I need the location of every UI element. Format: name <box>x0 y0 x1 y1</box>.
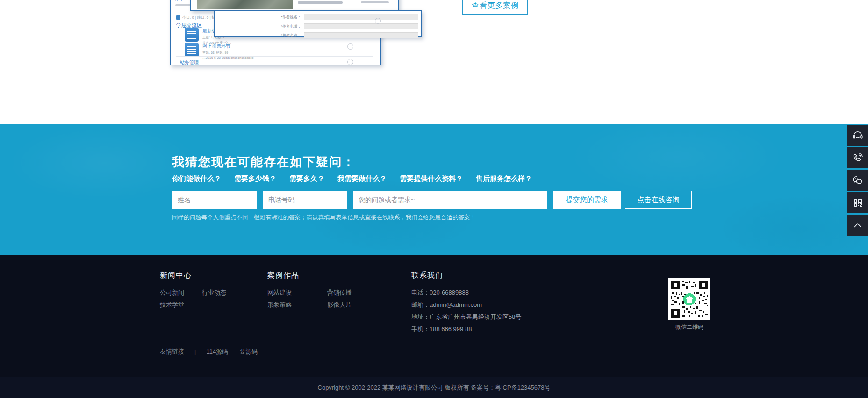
friend-link[interactable]: 要源码 <box>239 347 258 356</box>
footer-link-company-news[interactable]: 公司新闻 <box>160 289 184 297</box>
inquiry-section: 我猜您现在可能存在如下疑问： 你们能做什么？ 需要多少钱？ 需要多久？ 我需要做… <box>0 124 868 255</box>
inquiry-note: 同样的问题每个人侧重点不同，很难有标准的答案；请认真填写表单信息或直接在线联系，… <box>172 214 476 222</box>
case-thumbnail-form[interactable]: *作者姓名： *作者电话： *单位名称： <box>214 10 422 37</box>
name-input[interactable] <box>172 191 257 209</box>
divider: | <box>194 348 196 355</box>
thumb-form-label: *单位名称： <box>261 33 301 38</box>
back-to-top-button[interactable] <box>847 215 868 236</box>
phone-icon <box>852 152 864 164</box>
wechat-icon <box>852 174 864 187</box>
faq-link[interactable]: 需要提供什么资料？ <box>400 174 463 183</box>
faq-link[interactable]: 需要多少钱？ <box>234 174 276 183</box>
inquiry-heading: 我猜您现在可能存在如下疑问： <box>172 154 355 170</box>
footer-link-industry-news[interactable]: 行业动态 <box>202 289 226 297</box>
contact-label: 邮箱： <box>411 301 430 308</box>
thumb-form-label: *作者姓名： <box>261 14 301 20</box>
faq-link[interactable]: 需要多久？ <box>289 174 324 183</box>
contact-value: 188 666 999 88 <box>430 326 472 333</box>
thumb-form-label: *作者电话： <box>261 24 301 29</box>
forum-icon <box>176 15 180 20</box>
collapse-icon <box>347 43 353 50</box>
thumb-form-input <box>304 32 418 38</box>
document-icon <box>185 28 199 42</box>
footer-link-video[interactable]: 影像大片 <box>327 301 352 309</box>
wechat-qr-code <box>668 278 710 320</box>
contact-value: admin@admin.com <box>430 301 482 308</box>
view-more-cases-button[interactable]: 查看更多案例 <box>462 0 528 15</box>
contact-label: 电话： <box>411 289 430 296</box>
contact-label: 手机： <box>411 326 430 333</box>
contact-phone: 电话：020-66889888 <box>411 289 469 297</box>
thumb-text-lines <box>298 0 358 7</box>
copyright-text: Copyright © 2002-2022 某某网络设计有限公司 版权所有 备案… <box>318 384 551 391</box>
qr-label: 微信二维码 <box>668 323 710 331</box>
faq-link[interactable]: 售后服务怎么样？ <box>476 174 532 183</box>
contact-email: 邮箱：admin@admin.com <box>411 301 482 309</box>
thumb-list-item: 网上投票环节 主题: 63, 帖数: 99 …2016-5-28 16:55 c… <box>185 43 253 59</box>
footer-link-image-strategy[interactable]: 形象策略 <box>267 301 292 309</box>
friend-link[interactable]: 114源码 <box>206 347 228 356</box>
contact-value: 广东省广州市番禺经济开发区58号 <box>430 313 521 320</box>
footer-works-title: 案例作品 <box>267 271 299 281</box>
thumb-footer-link: 站务管理 <box>180 59 199 66</box>
phone-input[interactable] <box>263 191 347 209</box>
footer-link-tech-school[interactable]: 技术学堂 <box>160 301 184 309</box>
thumb-form-row: *单位名称： <box>261 32 418 38</box>
page: 基于 今日: 0 | 昨日: 0 | 帖子: 52 | 会员: 12 学思交流区… <box>0 0 868 398</box>
submit-request-button[interactable]: 提交您的需求 <box>553 191 621 209</box>
refresh-icon <box>375 18 381 24</box>
divider <box>176 56 373 57</box>
faq-link[interactable]: 我需要做什么？ <box>337 174 387 183</box>
thumb-form-input <box>304 23 418 29</box>
thumb-form-input <box>304 14 418 20</box>
document-icon <box>185 43 199 57</box>
headset-icon <box>852 130 864 142</box>
case-thumbnail-news[interactable] <box>190 0 399 11</box>
question-input[interactable] <box>353 191 547 209</box>
thumb-form-row: *作者电话： <box>261 23 418 29</box>
settings-icon <box>347 59 353 65</box>
faq-links: 你们能做什么？ 需要多少钱？ 需要多久？ 我需要做什么？ 需要提供什么资料？ 售… <box>172 174 532 183</box>
footer-news-title: 新闻中心 <box>160 271 192 281</box>
customer-service-button[interactable] <box>847 125 868 146</box>
qr-code-icon <box>852 197 864 209</box>
faq-link[interactable]: 你们能做什么？ <box>172 174 221 183</box>
phone-button[interactable] <box>847 147 868 168</box>
footer: 新闻中心 公司新闻 行业动态 技术学堂 案例作品 网站建设 营销传播 形象策略 … <box>0 255 868 377</box>
thumb-form-row: *作者姓名： <box>261 14 418 20</box>
contact-address: 地址：广东省广州市番禺经济开发区58号 <box>411 313 521 321</box>
contact-mobile: 手机：188 666 999 88 <box>411 325 472 333</box>
floating-toolbar <box>847 125 868 237</box>
footer-link-website-build[interactable]: 网站建设 <box>267 289 292 297</box>
online-consult-button[interactable]: 点击在线咨询 <box>625 191 692 209</box>
qr-code-button[interactable] <box>847 192 868 213</box>
contact-label: 地址： <box>411 313 430 320</box>
thumb-bullet-lines <box>361 0 399 7</box>
friend-links-row: 友情链接 | 114源码 要源码 <box>160 347 269 356</box>
thumb-item-desc: …2016-5-28 16:55 chenchenzabcd <box>202 56 253 59</box>
thumb-photo <box>197 0 293 9</box>
thumb-item-meta: 主题: 63, 帖数: 99 <box>202 51 253 55</box>
cases-section: 基于 今日: 0 | 昨日: 0 | 帖子: 52 | 会员: 12 学思交流区… <box>0 0 868 124</box>
footer-link-marketing[interactable]: 营销传播 <box>327 289 352 297</box>
chevron-up-icon <box>852 219 864 232</box>
footer-contact-title: 联系我们 <box>411 271 443 281</box>
wechat-button[interactable] <box>847 170 868 191</box>
copyright-bar: Copyright © 2002-2022 某某网络设计有限公司 版权所有 备案… <box>0 377 868 398</box>
thumb-item-title: 网上投票环节 <box>202 43 253 50</box>
friend-links-label: 友情链接 <box>160 347 184 356</box>
inquiry-form: 提交您的需求 点击在线咨询 <box>0 191 868 209</box>
contact-value: 020-66889888 <box>430 289 469 296</box>
